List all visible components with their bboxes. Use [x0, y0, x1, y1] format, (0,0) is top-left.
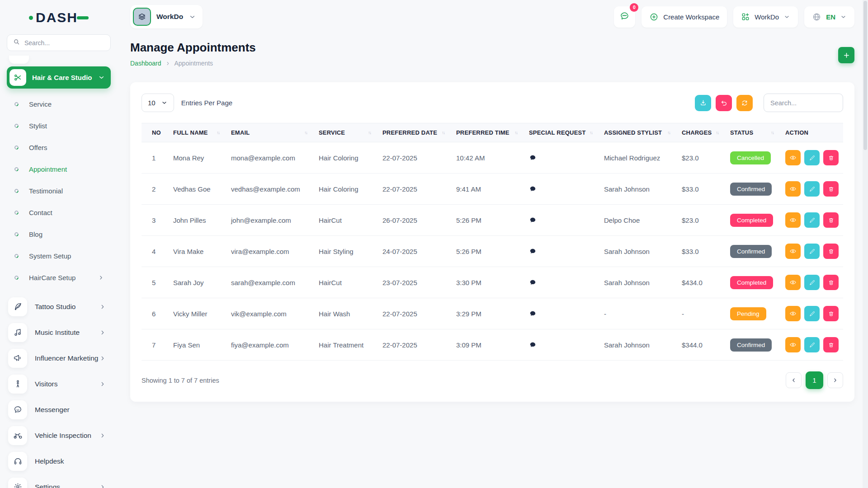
sidebar-item-testimonial[interactable]: Testimonial	[7, 180, 111, 202]
table-search[interactable]	[764, 94, 843, 112]
sidebar-search[interactable]	[7, 34, 111, 51]
view-button[interactable]	[785, 212, 801, 228]
sort-icon[interactable]: ↑↓	[368, 130, 375, 135]
view-button[interactable]	[785, 244, 801, 259]
sidebar-item-offers[interactable]: Offers	[7, 136, 111, 158]
visitor-icon	[13, 379, 23, 389]
cell-full-name: Sarah Joy	[170, 267, 227, 298]
page-scrollbar[interactable]	[863, 0, 868, 488]
export-button[interactable]	[695, 95, 711, 111]
workspace-selector[interactable]: WorkDo	[130, 5, 203, 28]
table-row: 2 Vedhas Goe vedhas@example.com Hair Col…	[142, 174, 843, 205]
message-bubble-icon[interactable]	[529, 341, 597, 349]
cell-action	[782, 236, 843, 267]
scrollbar-thumb[interactable]	[863, 1, 867, 150]
delete-button[interactable]	[823, 306, 839, 321]
sidebar-item-messenger[interactable]: Messenger	[7, 397, 111, 422]
sidebar-item-stylist[interactable]: Stylist	[7, 115, 111, 136]
edit-button[interactable]	[804, 181, 820, 197]
column-header-email[interactable]: EMAIL↑↓	[227, 123, 315, 142]
message-bubble-icon[interactable]	[529, 154, 597, 162]
cell-charges: $33.0	[678, 174, 726, 205]
sidebar-item-appointment[interactable]: Appointment	[7, 158, 111, 180]
sidebar-item-influencer-marketing[interactable]: Influencer Marketing	[7, 345, 111, 371]
edit-button[interactable]	[804, 212, 820, 228]
view-button[interactable]	[785, 306, 801, 321]
column-header-assigned-stylist[interactable]: ASSIGNED STYLIST↑↓	[600, 123, 678, 142]
next-page-button[interactable]	[827, 372, 843, 388]
sort-icon[interactable]: ↑↓	[442, 130, 449, 135]
sidebar-item-settings[interactable]: Settings	[7, 474, 111, 488]
undo-icon	[720, 99, 728, 107]
delete-button[interactable]	[823, 212, 839, 228]
delete-button[interactable]	[823, 181, 839, 197]
sidebar-item-haircare-setup[interactable]: HairCare Setup	[7, 267, 111, 288]
language-selector[interactable]: EN	[804, 6, 854, 28]
view-button[interactable]	[785, 150, 801, 165]
message-bubble-icon[interactable]	[529, 185, 597, 193]
table-search-input[interactable]	[770, 99, 836, 107]
edit-button[interactable]	[804, 337, 820, 352]
sort-icon[interactable]: ↑↓	[590, 130, 597, 135]
sidebar-item-blog[interactable]: Blog	[7, 223, 111, 245]
delete-button[interactable]	[823, 275, 839, 290]
chevron-right-icon	[99, 483, 106, 488]
edit-button[interactable]	[804, 244, 820, 259]
delete-button[interactable]	[823, 244, 839, 259]
sort-icon[interactable]: ↑↓	[304, 130, 311, 135]
column-header-service[interactable]: SERVICE↑↓	[315, 123, 379, 142]
message-bubble-icon[interactable]	[529, 216, 597, 224]
sidebar-item-service[interactable]: Service	[7, 93, 111, 115]
messages-button[interactable]: 0	[614, 6, 635, 28]
column-header-preferred-date[interactable]: PREFERRED DATE↑↓	[379, 123, 453, 142]
sidebar-item-vehicle-inspection[interactable]: Vehicle Inspection	[7, 422, 111, 448]
column-header-preferred-time[interactable]: PREFERRED TIME↑↓	[453, 123, 525, 142]
workdo-menu-button[interactable]: WorkDo	[733, 6, 798, 28]
view-button[interactable]	[785, 337, 801, 352]
sidebar-item-helpdesk[interactable]: Helpdesk	[7, 448, 111, 474]
breadcrumb-dashboard-link[interactable]: Dashboard	[130, 60, 161, 67]
sort-icon[interactable]: ↑↓	[217, 130, 224, 135]
entries-per-page-select[interactable]: 10	[142, 94, 174, 112]
delete-button[interactable]	[823, 337, 839, 352]
undo-button[interactable]	[716, 95, 732, 111]
sidebar-item-visitors[interactable]: Visitors	[7, 371, 111, 397]
refresh-button[interactable]	[736, 95, 753, 111]
sidebar-item-tattoo-studio[interactable]: Tattoo Studio	[7, 294, 111, 319]
sidebar-item-label: System Setup	[29, 252, 71, 260]
delete-button[interactable]	[823, 150, 839, 165]
sidebar-item-system-setup[interactable]: System Setup	[7, 245, 111, 267]
prev-page-button[interactable]	[786, 372, 802, 388]
edit-button[interactable]	[804, 150, 820, 165]
view-button[interactable]	[785, 275, 801, 290]
view-button[interactable]	[785, 181, 801, 197]
sidebar-item-hair-care-studio[interactable]: Hair & Care Studio	[7, 66, 111, 89]
status-badge: Cancelled	[730, 151, 771, 164]
sidebar-item-music-institute[interactable]: Music Institute	[7, 319, 111, 345]
cell-email: fiya@example.com	[227, 329, 315, 361]
column-header-status[interactable]: STATUS↑↓	[726, 123, 782, 142]
message-bubble-icon[interactable]	[529, 248, 597, 255]
sidebar-search-input[interactable]	[24, 39, 105, 47]
message-bubble-icon[interactable]	[529, 310, 597, 318]
sort-icon[interactable]: ↑↓	[716, 130, 723, 135]
chevron-right-icon	[832, 377, 839, 384]
sidebar-item-contact[interactable]: Contact	[7, 202, 111, 223]
cell-no: 2	[142, 174, 170, 205]
globe-icon	[812, 12, 821, 22]
add-appointment-button[interactable]	[838, 47, 854, 63]
plus-circle-icon	[649, 12, 659, 22]
column-header-charges[interactable]: CHARGES↑↓	[678, 123, 726, 142]
cell-email: vik@example.com	[227, 298, 315, 329]
page-1-button[interactable]: 1	[806, 371, 823, 389]
edit-button[interactable]	[804, 306, 820, 321]
column-header-full-name[interactable]: FULL NAME↑↓	[170, 123, 227, 142]
sort-icon[interactable]: ↑↓	[667, 130, 675, 135]
chevron-right-icon	[165, 61, 171, 66]
edit-button[interactable]	[804, 275, 820, 290]
create-workspace-button[interactable]: Create Workspace	[642, 6, 727, 28]
sort-icon[interactable]: ↑↓	[514, 130, 522, 135]
sort-icon[interactable]: ↑↓	[771, 130, 778, 135]
column-header-special-request[interactable]: SPECIAL REQUEST↑↓	[525, 123, 600, 142]
message-bubble-icon[interactable]	[529, 279, 597, 286]
